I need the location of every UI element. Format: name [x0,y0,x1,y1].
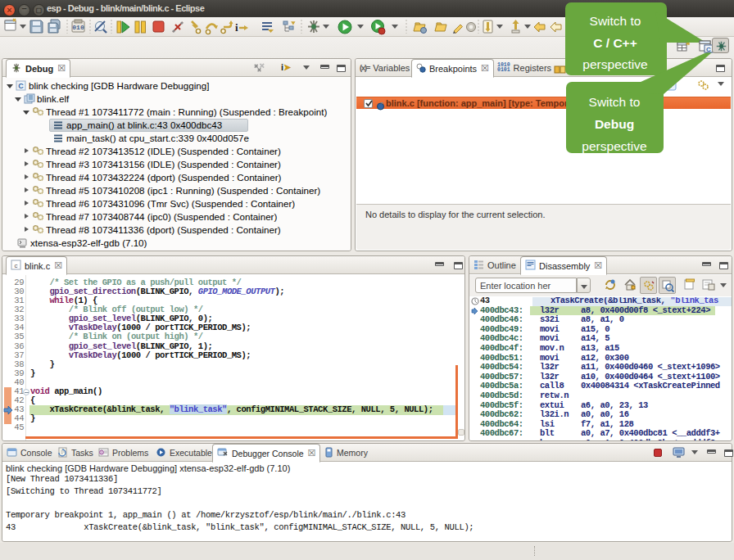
svg-text:perspective: perspective [582,57,647,71]
svg-text:C / C++: C / C++ [593,36,637,50]
svg-text:Switch to: Switch to [590,14,641,28]
svg-text:c: c [15,262,18,269]
svg-text:perspective: perspective [582,139,646,153]
svg-text:C: C [706,46,711,53]
svg-text:Switch to: Switch to [589,95,641,109]
svg-text:Debug: Debug [595,117,634,131]
